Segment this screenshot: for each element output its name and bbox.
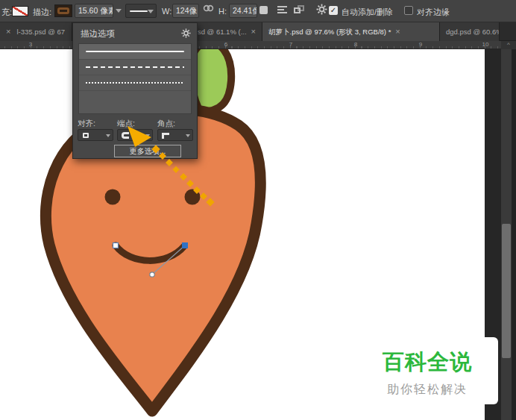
options-toolbar: 充: 描边: 15.60 像素 W: 124像 H: 24.41像 ✓ 自动添加… [0, 0, 516, 22]
tab-l-335[interactable]: ×l-335.psd @ 67 [0, 22, 72, 41]
tab-dgd[interactable]: dgd.psd @ 60.6% (...× [440, 22, 500, 41]
fill-label: 充: [1, 7, 12, 18]
stroke-style-dotted[interactable] [79, 75, 191, 91]
corners-label: 角点: [157, 119, 175, 129]
watermark-subtitle: 助你轻松解决 [356, 382, 498, 398]
path-operations-icon[interactable] [259, 6, 268, 14]
shape-width-input[interactable]: 124像 [172, 4, 199, 18]
chevron-down-icon [106, 134, 110, 137]
ruler-number: 9 [419, 41, 422, 48]
stroke-style-list [78, 43, 192, 114]
caps-label: 端点: [117, 119, 135, 129]
carrot-left-eye[interactable] [105, 189, 121, 205]
corners-dropdown[interactable] [157, 129, 193, 141]
tab-label: 胡萝卜.psd @ 97.6% (形状 3, RGB/8) * [268, 28, 391, 36]
tab-carrot-active[interactable]: 胡萝卜.psd @ 97.6% (形状 3, RGB/8) *× [262, 22, 440, 41]
stroke-width-dropdown-icon[interactable] [116, 9, 122, 13]
ruler-number: 7 [289, 41, 292, 48]
close-icon[interactable]: × [6, 27, 10, 36]
anchor-point-unselected[interactable] [113, 243, 119, 248]
more-options-button[interactable]: 更多选项... [114, 145, 181, 157]
path-arrangement-icon[interactable] [294, 5, 304, 15]
align-dropdown[interactable] [78, 129, 113, 141]
dotted-line-icon [86, 82, 184, 84]
close-icon[interactable]: × [395, 27, 400, 36]
align-label: 对齐: [78, 119, 95, 129]
stroke-label: 描边: [33, 7, 51, 18]
anchor-point-selected[interactable] [182, 242, 188, 248]
align-center-icon [83, 133, 89, 138]
panel-gear-icon[interactable] [181, 28, 191, 41]
ruler-number: 6 [224, 41, 227, 48]
miter-corner-icon [162, 133, 169, 139]
stroke-width-input[interactable]: 15.60 像素 [75, 4, 113, 18]
link-dimensions-icon[interactable] [203, 3, 214, 16]
vertical-scrollbar[interactable] [501, 49, 512, 420]
dashed-line-icon [86, 66, 184, 68]
watermark-title: 百科全说 [356, 348, 498, 377]
align-edges-label: 对齐边缘 [417, 7, 450, 18]
window-edge [512, 41, 516, 420]
path-alignment-icon[interactable] [277, 6, 287, 14]
gear-icon[interactable] [316, 4, 327, 18]
panel-title: 描边选项 [81, 28, 115, 40]
stroke-type-dropdown[interactable] [125, 4, 157, 18]
stroke-style-dashed[interactable] [79, 60, 191, 75]
ruler-number: 8 [354, 41, 357, 48]
chevron-down-icon [145, 134, 150, 137]
height-label: H: [218, 7, 227, 16]
round-cap-icon [122, 132, 129, 139]
align-edges-checkbox[interactable] [404, 6, 413, 15]
watermark-card: 百科全说 助你轻松解决 [356, 337, 498, 404]
chevron-down-icon [148, 10, 154, 13]
auto-add-delete-checkbox[interactable]: ✓ [329, 6, 338, 15]
ruler-number: 3 [29, 41, 32, 48]
solid-line-icon [86, 51, 184, 52]
bezier-handle-point[interactable] [150, 272, 154, 277]
carrot-right-eye[interactable] [185, 189, 201, 205]
tab-label: l-335.psd @ 67 [16, 28, 65, 36]
close-icon[interactable]: × [251, 27, 256, 36]
width-label: W: [162, 7, 172, 16]
chevron-down-icon [186, 134, 190, 137]
scroll-up-arrow[interactable]: ^ [501, 41, 516, 49]
fill-none-swatch[interactable] [12, 6, 28, 16]
stroke-color-swatch[interactable] [54, 4, 72, 17]
auto-add-delete-label: 自动添加/删除 [342, 7, 393, 18]
scrollbar-thumb[interactable] [502, 224, 511, 358]
tab-label: dgd.psd @ 60.6% (... [446, 28, 500, 36]
stroke-style-solid[interactable] [79, 44, 191, 60]
tab-label: .psd @ 61.1% (... [192, 28, 247, 36]
solid-line-icon [130, 10, 148, 12]
stroke-color-ring [57, 7, 69, 14]
shape-height-input[interactable]: 24.41像 [229, 4, 257, 18]
caps-dropdown[interactable] [117, 129, 153, 141]
ruler-number: 10 [482, 41, 489, 48]
stroke-options-panel: 描边选项 对齐: 端点: 角点: 更多选项... [72, 22, 198, 159]
